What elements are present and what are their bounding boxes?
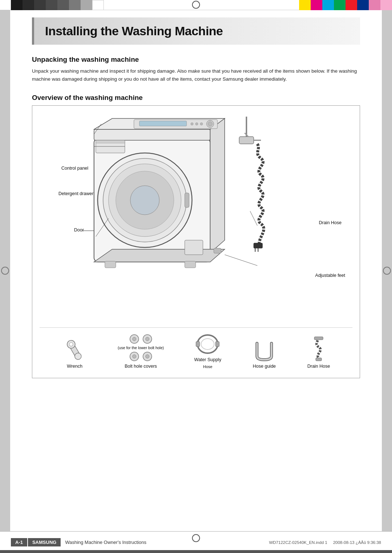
svg-rect-56 [316,358,322,361]
color-swatch-1 [11,0,23,10]
hose-guide-icon [252,340,277,362]
color-swatch-3 [34,0,46,10]
washing-machine-svg [61,117,286,313]
svg-rect-25 [185,261,196,268]
svg-marker-6 [210,118,225,253]
svg-rect-23 [185,240,203,255]
footer-file: WD7122CZ-02540K_EN.indd 1 [269,540,327,545]
drain-hose-diagram-label: Drain Hose [319,220,342,225]
svg-point-12 [191,122,193,125]
svg-point-13 [196,122,198,125]
left-sidebar-bar [0,10,10,531]
items-row: Wrench [40,327,352,371]
right-color-strip [299,0,392,10]
color-swatch-6 [69,0,81,10]
svg-point-46 [146,337,149,341]
svg-rect-54 [216,342,219,347]
color-swatch-green [334,0,346,10]
main-content: Installing the Washing Machine Unpacking… [10,10,382,396]
wrench-label: Wrench [67,364,82,369]
footer-date: 2008-08-13 ¿ÀÂû 9:36:38 [333,540,381,545]
color-swatch-blue [357,0,369,10]
svg-point-50 [146,355,149,358]
unpacking-heading: Unpacking the washing machine [32,56,360,64]
svg-rect-24 [105,261,116,268]
left-registration-mark [1,267,9,275]
svg-point-44 [132,337,136,341]
bottom-registration-mark [192,534,200,542]
svg-point-52 [201,339,214,350]
svg-point-51 [197,335,218,353]
svg-rect-31 [254,243,262,248]
color-swatch-light-magenta [369,0,380,10]
svg-rect-21 [185,193,189,207]
bolt-sublabel: (use for the lower bolt hole) [118,346,164,350]
unpacking-body: Unpack your washing machine and inspect … [32,67,360,84]
color-swatch-4 [46,0,57,10]
svg-point-48 [132,355,136,358]
top-color-bar [0,0,392,10]
svg-rect-28 [239,137,254,144]
svg-rect-11 [139,121,187,126]
svg-rect-55 [314,337,323,340]
color-swatch-red [346,0,357,10]
adjustable-feet-label: Adjustable feet [315,273,345,278]
footer-page-number: A-1 [11,538,27,546]
bolt-cover-icon-3 [129,351,139,362]
color-swatch-2 [23,0,34,10]
wrench-item: Wrench [62,340,87,369]
drain-hose-icon [308,336,330,362]
footer-brand: SAMSUNG [28,538,61,546]
unpacking-section: Unpacking the washing machine Unpack you… [32,56,360,84]
water-supply-label: Water Supply [194,357,221,362]
footer-right: WD7122CZ-02540K_EN.indd 1 2008-08-13 ¿ÀÂ… [269,540,381,545]
overview-heading: Overview of the washing machine [32,94,360,102]
svg-point-22 [130,186,159,215]
overview-section: Overview of the washing machine Control … [32,94,360,378]
drain-hose-item-label: Drain Hose [307,364,330,369]
right-sidebar-bar [382,10,392,531]
bolt-hole-covers-item: (use for the lower bolt hole) [118,334,164,369]
svg-rect-53 [196,342,200,347]
color-swatch-8 [92,0,104,10]
right-registration-mark [383,267,391,275]
color-swatch-cyan [322,0,334,10]
color-swatch-5 [57,0,69,10]
svg-rect-26 [214,248,221,253]
diagram-area: Control panel Detergent drawer Door Drai… [40,113,352,324]
color-swatch-yellow [299,0,311,10]
footer-left: A-1 SAMSUNG Washing Machine Owner's Inst… [11,538,146,546]
svg-rect-16 [96,140,125,143]
color-swatch-light-pink [380,0,392,10]
svg-point-10 [208,122,212,126]
svg-rect-4 [94,129,210,140]
svg-line-38 [250,211,257,226]
color-swatch-7 [81,0,92,10]
svg-point-14 [200,122,203,125]
hose-guide-label: Hose guide [253,364,276,369]
drain-hose-item: Drain Hose [307,336,330,369]
svg-line-37 [225,255,257,266]
water-supply-sublabel: Hose [203,364,213,369]
bolt-cover-icon-2 [142,334,152,344]
overview-diagram-box: Control panel Detergent drawer Door Drai… [32,105,360,378]
left-color-strip [11,0,104,10]
bolt-cover-icon-4 [142,351,152,362]
svg-marker-7 [94,249,225,262]
bolt-hole-covers-label: Bolt hole covers [124,364,157,369]
water-supply-hose-item: Water Supply Hose [194,331,221,369]
hose-guide-item: Hose guide [252,340,277,369]
color-swatch-magenta [311,0,322,10]
top-center-registration-mark [192,1,200,9]
bolt-cover-icon-1 [129,334,139,344]
page-title: Installing the Washing Machine [45,24,349,38]
water-supply-hose-icon [195,331,220,355]
title-section: Installing the Washing Machine [32,17,360,45]
wrench-icon [62,340,87,362]
footer-description: Washing Machine Owner's Instructions [65,540,146,545]
footer-bottom-bar [0,550,392,553]
